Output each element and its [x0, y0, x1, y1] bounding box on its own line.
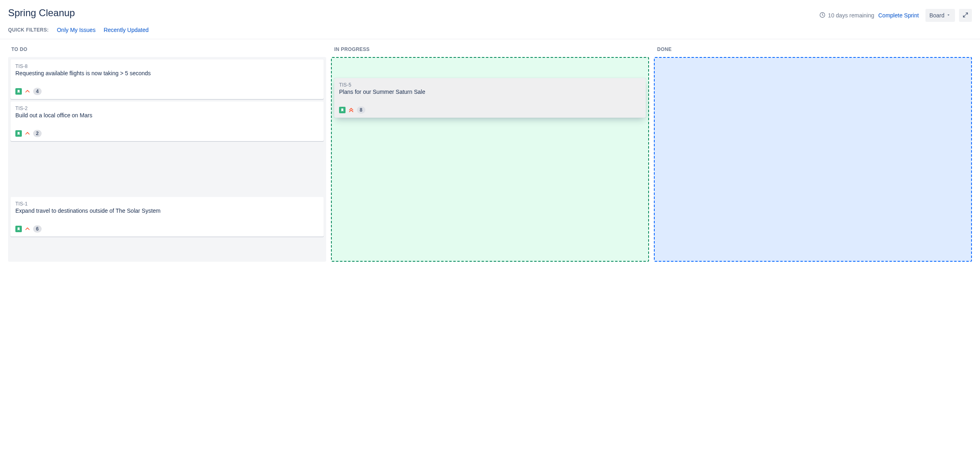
time-remaining-text: 10 days remaining	[828, 12, 874, 19]
board-dropdown-button[interactable]: Board	[925, 9, 955, 22]
column-done-body[interactable]	[654, 57, 972, 262]
time-remaining: 10 days remaining	[819, 12, 874, 19]
priority-high-icon	[24, 130, 31, 137]
column-done: DONE	[654, 39, 972, 262]
fullscreen-icon	[962, 12, 969, 19]
story-icon	[15, 130, 22, 137]
quick-filters: QUICK FILTERS: Only My Issues Recently U…	[0, 27, 980, 39]
column-in-progress: IN PROGRESS TIS-5 Plans for our Summer S…	[331, 39, 649, 262]
priority-highest-icon	[348, 107, 354, 113]
complete-sprint-link[interactable]: Complete Sprint	[878, 12, 919, 19]
fullscreen-button[interactable]	[959, 9, 972, 22]
card-footer: 8	[339, 106, 641, 114]
column-done-header: DONE	[654, 39, 972, 57]
filter-only-my-issues[interactable]: Only My Issues	[57, 27, 96, 33]
priority-high-icon	[24, 226, 31, 232]
card-key: TIS-2	[15, 106, 319, 111]
column-todo-header: TO DO	[8, 39, 326, 57]
column-todo-body[interactable]: TIS-8 Requesting available flights is no…	[8, 57, 326, 262]
board-dropdown-label: Board	[929, 12, 944, 19]
quick-filters-label: QUICK FILTERS:	[8, 27, 49, 33]
card-drag-placeholder	[11, 144, 324, 195]
card-summary: Requesting available flights is now taki…	[15, 70, 319, 76]
chevron-down-icon	[946, 12, 951, 19]
story-icon	[15, 226, 22, 232]
story-points-badge: 4	[33, 88, 42, 95]
priority-high-icon	[24, 88, 31, 95]
story-points-badge: 8	[357, 106, 365, 114]
card-summary: Build out a local office on Mars	[15, 112, 319, 119]
card-tis-1[interactable]: TIS-1 Expand travel to destinations outs…	[11, 197, 324, 237]
card-tis-5[interactable]: TIS-5 Plans for our Summer Saturn Sale	[334, 78, 646, 118]
card-key: TIS-8	[15, 64, 319, 69]
drop-spacer	[334, 60, 646, 78]
card-key: TIS-5	[339, 82, 641, 88]
card-footer: 2	[15, 130, 319, 137]
page-title: Spring Cleanup	[8, 7, 75, 19]
story-icon	[15, 88, 22, 95]
card-footer: 6	[15, 225, 319, 233]
header-actions: 10 days remaining Complete Sprint Board	[819, 9, 972, 22]
card-summary: Expand travel to destinations outside of…	[15, 207, 319, 214]
column-in-progress-header: IN PROGRESS	[331, 39, 649, 57]
column-todo: TO DO TIS-8 Requesting available flights…	[8, 39, 326, 262]
card-summary: Plans for our Summer Saturn Sale	[339, 89, 641, 95]
card-key: TIS-1	[15, 201, 319, 207]
card-footer: 4	[15, 88, 319, 95]
clock-icon	[819, 12, 826, 19]
story-points-badge: 6	[33, 225, 42, 233]
card-tis-2[interactable]: TIS-2 Build out a local office on Mars 2	[11, 102, 324, 141]
column-in-progress-body[interactable]: TIS-5 Plans for our Summer Saturn Sale	[331, 57, 649, 262]
story-points-badge: 2	[33, 130, 42, 137]
filter-recently-updated[interactable]: Recently Updated	[103, 27, 148, 33]
story-icon	[339, 107, 346, 113]
card-tis-8[interactable]: TIS-8 Requesting available flights is no…	[11, 59, 324, 99]
board: TO DO TIS-8 Requesting available flights…	[0, 39, 980, 270]
